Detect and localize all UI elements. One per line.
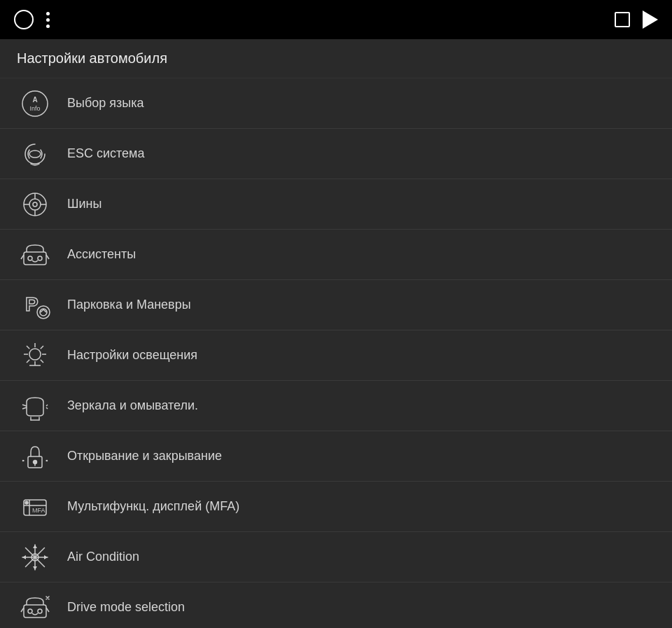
esc-icon [17, 136, 53, 172]
svg-point-38 [25, 501, 28, 504]
drive-icon [17, 589, 53, 626]
status-bar [0, 0, 672, 39]
svg-text:MFA: MFA [32, 507, 46, 514]
menu-item-drive[interactable]: Drive mode selection [0, 582, 672, 628]
menu-label-ac: Air Condition [67, 550, 139, 564]
svg-line-25 [41, 346, 43, 349]
tires-icon [17, 186, 53, 223]
app-header: Настройки автомобиля [0, 39, 672, 78]
menu-label-tires: Шины [67, 197, 102, 211]
svg-point-3 [29, 151, 41, 158]
page-title: Настройки автомобиля [17, 50, 167, 67]
svg-text:A: A [32, 96, 37, 104]
menu-label-assistants: Ассистенты [67, 247, 136, 262]
lights-icon [17, 337, 53, 374]
info-icon: AInfo [17, 85, 53, 122]
menu-label-locks: Открывание и закрывание [67, 449, 222, 463]
more-icon[interactable] [46, 12, 50, 28]
menu-label-drive: Drive mode selection [67, 600, 185, 615]
parking-icon: P [17, 287, 53, 323]
svg-rect-11 [24, 252, 46, 265]
menu-item-esc[interactable]: ESC система [0, 129, 672, 179]
locks-icon [17, 438, 53, 475]
mfa-icon: MFA [17, 489, 53, 525]
menu-label-mfa: Мультифункц. дисплей (MFA) [67, 499, 239, 514]
svg-point-12 [28, 256, 32, 260]
svg-line-27 [41, 359, 43, 362]
menu-item-parking[interactable]: PПарковка и Маневры [0, 280, 672, 330]
svg-line-26 [27, 359, 29, 362]
menu-item-language[interactable]: AInfoВыбор языка [0, 78, 672, 129]
svg-line-29 [22, 405, 27, 406]
menu-item-lights[interactable]: Настройки освещения [0, 330, 672, 381]
menu-item-ac[interactable]: Air Condition [0, 532, 672, 582]
menu-item-assistants[interactable]: Ассистенты [0, 230, 672, 280]
menu-label-mirrors: Зеркала и омыватели. [67, 398, 198, 413]
menu-item-locks[interactable]: Открывание и закрывание [0, 431, 672, 482]
svg-line-32 [46, 407, 48, 409]
svg-line-30 [22, 407, 27, 409]
svg-point-47 [38, 609, 42, 613]
svg-point-17 [37, 306, 50, 319]
menu-list: AInfoВыбор языкаESC системаШиныАссистент… [0, 78, 672, 628]
home-icon[interactable] [14, 10, 34, 29]
ac-icon [17, 539, 53, 575]
svg-point-6 [33, 202, 37, 207]
menu-item-tires[interactable]: Шины [0, 179, 672, 230]
svg-line-31 [46, 405, 48, 406]
menu-label-language: Выбор языка [67, 96, 144, 111]
assistants-icon [17, 237, 53, 273]
menu-label-esc: ESC система [67, 146, 145, 161]
svg-point-19 [29, 349, 41, 360]
svg-text:P: P [25, 293, 38, 315]
svg-rect-45 [24, 605, 46, 617]
menu-item-mirrors[interactable]: Зеркала и омыватели. [0, 381, 672, 431]
menu-label-lights: Настройки освещения [67, 348, 197, 363]
svg-point-5 [29, 199, 41, 210]
svg-point-0 [22, 91, 48, 116]
mirrors-icon [17, 388, 53, 424]
menu-item-mfa[interactable]: MFAМультифункц. дисплей (MFA) [0, 482, 672, 532]
svg-text:Info: Info [29, 105, 40, 112]
menu-label-parking: Парковка и Маневры [67, 298, 191, 312]
back-icon[interactable] [643, 11, 658, 29]
svg-line-24 [27, 346, 29, 349]
svg-point-13 [38, 256, 42, 260]
recent-icon[interactable] [615, 12, 630, 27]
svg-point-46 [28, 609, 32, 613]
